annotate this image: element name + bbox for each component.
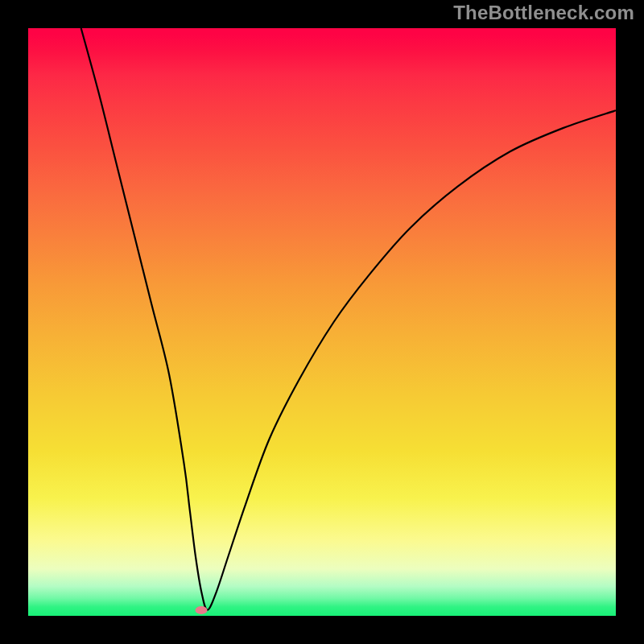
chart-frame: TheBottleneck.com <box>0 0 644 644</box>
curve-line <box>81 28 616 610</box>
optimal-point-marker <box>196 606 208 614</box>
watermark-text: TheBottleneck.com <box>453 2 634 24</box>
plot-area <box>28 28 616 616</box>
bottleneck-curve <box>28 28 616 616</box>
